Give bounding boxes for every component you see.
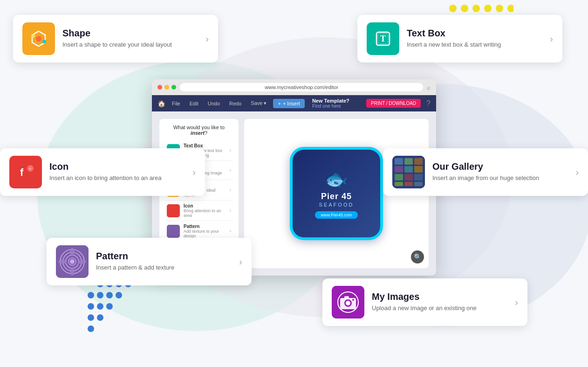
myimages-card-content: My Images Upload a new image or an exist…: [372, 291, 507, 312]
template-label: New Template?: [312, 98, 349, 104]
svg-rect-69: [395, 182, 403, 186]
svg-point-79: [58, 259, 67, 264]
zoom-button[interactable]: 🔍: [411, 250, 424, 263]
find-label: Find one here: [312, 104, 341, 109]
myimages-card-icon: [332, 286, 364, 319]
panel-item-icon[interactable]: Icon Bring attention to an area ›: [165, 201, 233, 221]
svg-point-77: [70, 248, 75, 256]
home-icon: 🏠: [157, 100, 165, 107]
pattern-card-icon: [56, 245, 89, 278]
editor-toolbar: 🏠 File Edit Undo Redo Save ▾ + + Insert …: [152, 95, 436, 111]
svg-text:f: f: [20, 166, 24, 178]
shape-card-desc: Insert a shape to create your ideal layo…: [62, 41, 198, 49]
browser-search-icon: ⌕: [427, 83, 431, 91]
myimages-card-arrow: ›: [515, 297, 518, 308]
pattern-card-arrow: ›: [239, 256, 242, 267]
icon-card-icon: f +: [9, 156, 42, 188]
textbox-card-title: Text Box: [407, 28, 542, 39]
svg-point-49: [36, 36, 41, 42]
icon-card-desc: Insert an icon to bring attention to an …: [49, 174, 185, 182]
print-download-button[interactable]: PRINT / DOWNLOAD: [366, 99, 421, 108]
textbox-card-icon: T: [367, 22, 399, 55]
svg-point-5: [472, 5, 480, 12]
svg-rect-71: [414, 182, 423, 186]
insert-plus-icon: +: [278, 101, 280, 106]
shape-card-icon: [22, 22, 55, 55]
shape-card-arrow: ›: [205, 34, 209, 44]
icon-card-title: Icon: [49, 161, 185, 172]
svg-rect-64: [404, 166, 413, 173]
svg-point-45: [88, 314, 94, 321]
svg-point-46: [97, 314, 103, 321]
gallery-card[interactable]: Our Gallery Insert an image from our hug…: [383, 148, 588, 196]
pier45-url: www.Pier45.com: [315, 211, 357, 219]
textbox-card-content: Text Box Insert a new text box & start w…: [407, 28, 542, 49]
pattern-card[interactable]: Pattern Insert a pattern & add texture ›: [47, 238, 252, 285]
textbox-card-arrow: ›: [550, 34, 553, 44]
svg-point-47: [88, 325, 94, 332]
insert-label: + Insert: [283, 101, 300, 106]
shape-card-title: Shape: [62, 28, 198, 39]
redo-btn[interactable]: Redo: [226, 100, 244, 107]
svg-point-88: [352, 299, 354, 301]
myimages-card-title: My Images: [372, 291, 507, 302]
insert-button[interactable]: + + Insert: [273, 99, 304, 108]
close-dot: [157, 85, 162, 90]
svg-point-51: [42, 40, 46, 43]
shape-card-content: Shape Insert a shape to create your idea…: [62, 28, 198, 49]
gallery-card-icon: [392, 156, 425, 188]
svg-point-43: [97, 303, 103, 310]
svg-rect-66: [395, 174, 403, 180]
help-icon: ?: [426, 99, 431, 108]
svg-rect-60: [395, 158, 403, 165]
svg-rect-70: [404, 182, 413, 186]
svg-text:+: +: [29, 166, 31, 171]
pattern-card-content: Pattern Insert a pattern & add texture: [96, 251, 232, 272]
edit-menu[interactable]: Edit: [187, 100, 201, 107]
save-btn[interactable]: Save ▾: [248, 99, 269, 107]
svg-rect-68: [414, 174, 423, 180]
svg-rect-87: [344, 296, 349, 299]
svg-rect-67: [404, 174, 413, 180]
minimize-dot: [164, 85, 169, 90]
pier45-name: Pier 45: [321, 192, 352, 201]
svg-point-50: [31, 34, 35, 38]
gallery-card-desc: Insert an image from our huge selection: [432, 174, 568, 182]
template-info: New Template? Find one here: [312, 98, 349, 109]
icon-card-content: Icon Insert an icon to bring attention t…: [49, 161, 185, 182]
svg-point-80: [78, 259, 86, 264]
svg-rect-62: [414, 158, 423, 165]
browser-url-bar[interactable]: www.mycreativeshop.com/editor: [180, 83, 423, 91]
browser-bar: www.mycreativeshop.com/editor ⌕: [152, 79, 436, 95]
svg-point-4: [461, 5, 468, 12]
pattern-card-title: Pattern: [96, 251, 232, 262]
svg-point-42: [88, 303, 94, 310]
svg-point-6: [484, 5, 492, 12]
myimages-card[interactable]: My Images Upload a new image or an exist…: [322, 278, 527, 326]
file-menu[interactable]: File: [169, 100, 183, 107]
shape-card[interactable]: Shape Insert a shape to create your idea…: [13, 15, 218, 62]
pattern-card-desc: Insert a pattern & add texture: [96, 263, 232, 272]
textbox-card-desc: Insert a new text box & start writing: [407, 41, 542, 49]
icon-card[interactable]: f + Icon Insert an icon to bring attenti…: [0, 148, 205, 196]
svg-point-38: [88, 292, 94, 298]
pier45-fish-icon: 🐟: [325, 168, 348, 190]
svg-point-8: [507, 5, 513, 12]
svg-point-41: [116, 292, 122, 298]
svg-rect-65: [414, 166, 423, 173]
myimages-card-desc: Upload a new image or an existing one: [372, 304, 507, 312]
panel-pattern-icon: [167, 225, 180, 238]
textbox-card[interactable]: T Text Box Insert a new text box & start…: [357, 15, 562, 62]
gallery-card-title: Our Gallery: [432, 161, 568, 172]
pier45-logo: 🐟 Pier 45 SEAFOOD www.Pier45.com: [290, 147, 383, 240]
svg-point-3: [449, 5, 457, 12]
maximize-dot: [171, 85, 176, 90]
svg-point-7: [496, 5, 503, 12]
pier45-seafood-label: SEAFOOD: [319, 202, 354, 208]
svg-point-44: [106, 303, 113, 310]
undo-btn[interactable]: Undo: [205, 100, 223, 107]
svg-rect-55: [15, 162, 36, 182]
gallery-card-arrow: ›: [575, 167, 579, 178]
svg-text:T: T: [380, 34, 386, 43]
svg-point-81: [70, 259, 75, 264]
